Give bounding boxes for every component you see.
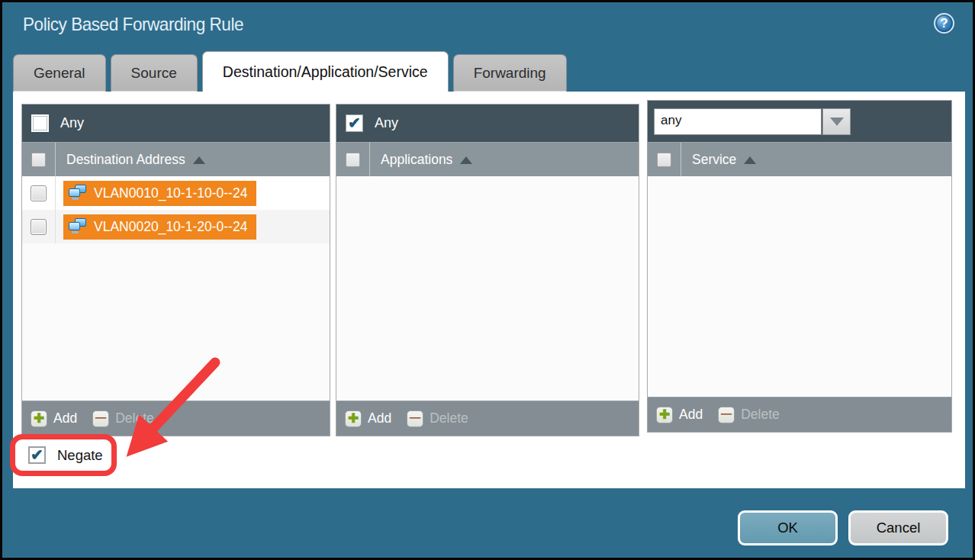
applications-any-checkbox[interactable]: ✔ — [346, 114, 363, 132]
destination-add-button[interactable]: ✚ Add — [31, 410, 77, 427]
service-add-button[interactable]: ✚ Add — [656, 407, 703, 423]
destination-address-column: Any Destination Address — [21, 104, 330, 436]
tab-destination-application-service[interactable]: Destination/Application/Service — [202, 51, 449, 92]
title-bar: Policy Based Forwarding Rule ? — [2, 2, 973, 51]
sort-ascending-icon — [193, 156, 205, 164]
network-address-icon — [68, 185, 88, 201]
applications-any-bar: ✔ Any — [336, 105, 639, 142]
checkmark-icon: ✔ — [31, 447, 43, 462]
applications-select-all-checkbox[interactable] — [346, 153, 360, 167]
add-plus-icon: ✚ — [345, 410, 362, 427]
sort-ascending-icon — [744, 156, 756, 164]
chevron-down-icon — [830, 117, 844, 126]
network-address-icon — [68, 218, 88, 235]
service-delete-button[interactable]: ─ Delete — [718, 407, 780, 423]
tab-forwarding[interactable]: Forwarding — [453, 54, 567, 92]
address-object-chip[interactable]: VLAN0010_10-1-10-0--24 — [63, 181, 256, 206]
destination-grid-header: Destination Address — [22, 142, 330, 176]
dialog-title: Policy Based Forwarding Rule — [23, 14, 243, 35]
tab-content-panel: Any Destination Address — [13, 92, 965, 488]
service-dropdown-button[interactable] — [822, 108, 851, 135]
ok-button[interactable]: OK — [738, 510, 838, 546]
applications-any-label: Any — [375, 115, 398, 131]
service-select-all-checkbox[interactable] — [657, 153, 671, 167]
destination-column-header[interactable]: Destination Address — [66, 152, 205, 168]
negate-highlight-annotation: ✔ Negate — [10, 434, 117, 476]
delete-minus-icon: ─ — [718, 407, 735, 423]
destination-any-bar: Any — [22, 105, 330, 142]
tab-bar: General Source Destination/Application/S… — [13, 53, 571, 92]
row-checkbox[interactable] — [31, 219, 47, 235]
service-select-all-cell — [648, 143, 681, 176]
service-column-header[interactable]: Service — [692, 152, 756, 168]
applications-column-header[interactable]: Applications — [381, 152, 472, 168]
sort-ascending-icon — [460, 156, 472, 164]
row-checkbox[interactable] — [31, 185, 47, 201]
destination-list: VLAN0010_10-1-10-0--24 VLAN0020_10-1-20-… — [22, 176, 330, 401]
applications-grid-header: Applications — [336, 142, 639, 176]
destination-any-label: Any — [60, 115, 84, 131]
tab-source[interactable]: Source — [111, 54, 198, 92]
destination-select-all-cell — [22, 143, 56, 176]
service-list — [648, 176, 951, 397]
destination-footer-bar: ✚ Add ─ Delete — [22, 401, 330, 436]
destination-select-all-checkbox[interactable] — [31, 153, 46, 167]
service-dropdown-value[interactable]: any — [654, 108, 822, 135]
applications-column: ✔ Any Applications ✚ Add — [336, 104, 639, 436]
service-column: any Service ✚ Add — [647, 100, 952, 433]
tab-general[interactable]: General — [13, 54, 106, 92]
applications-select-all-cell — [336, 143, 370, 176]
negate-label: Negate — [57, 447, 103, 464]
destination-delete-button[interactable]: ─ Delete — [92, 410, 154, 427]
service-dropdown[interactable]: any — [654, 108, 851, 135]
add-plus-icon: ✚ — [31, 410, 47, 427]
service-grid-header: Service — [648, 142, 951, 176]
table-row[interactable]: VLAN0020_10-1-20-0--24 — [22, 210, 330, 243]
applications-list — [336, 176, 639, 401]
checkmark-icon: ✔ — [348, 115, 361, 130]
negate-checkbox[interactable]: ✔ — [28, 446, 46, 464]
address-object-chip[interactable]: VLAN0020_10-1-20-0--24 — [63, 214, 256, 240]
delete-minus-icon: ─ — [407, 410, 423, 427]
table-row[interactable]: VLAN0010_10-1-10-0--24 — [22, 176, 330, 210]
applications-delete-button[interactable]: ─ Delete — [407, 410, 468, 427]
service-dropdown-bar: any — [648, 101, 951, 142]
delete-minus-icon: ─ — [92, 410, 109, 427]
destination-any-checkbox[interactable] — [31, 114, 49, 132]
help-icon[interactable]: ? — [934, 13, 954, 34]
service-footer-bar: ✚ Add ─ Delete — [648, 397, 951, 432]
policy-based-forwarding-dialog: Policy Based Forwarding Rule ? General S… — [0, 0, 975, 560]
applications-footer-bar: ✚ Add ─ Delete — [336, 401, 639, 436]
cancel-button[interactable]: Cancel — [848, 510, 948, 546]
add-plus-icon: ✚ — [656, 407, 673, 423]
applications-add-button[interactable]: ✚ Add — [345, 410, 391, 427]
